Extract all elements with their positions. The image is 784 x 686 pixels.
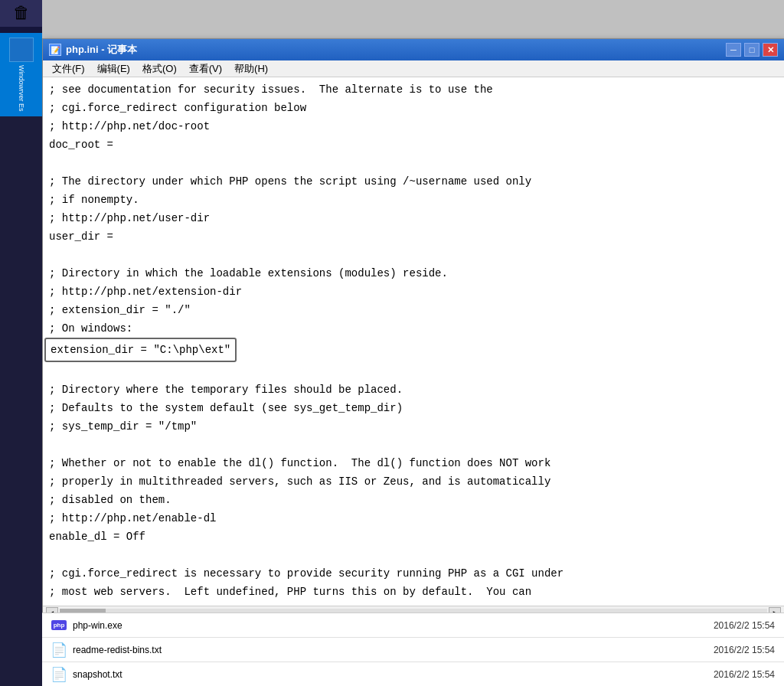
code-line: ; The directory under which PHP opens th…: [49, 172, 778, 191]
code-line: ; http://php.net/doc-root: [49, 117, 778, 136]
code-line: ; Directory in which the loadable extens…: [49, 264, 778, 283]
document-icon-1: 📄: [51, 642, 67, 658]
code-line: ; see documentation for security issues.…: [49, 80, 778, 99]
recycle-label: 回收站: [0, 27, 42, 33]
notepad-window: 📝 php.ini - 记事本 ─ □ ✕ 文件(F) 编辑(E) 格式(O) …: [42, 38, 784, 620]
windows-icon: [9, 38, 34, 62]
code-line: ; extension_dir = "./": [49, 301, 778, 319]
menu-bar: 文件(F) 编辑(E) 格式(O) 查看(V) 帮助(H): [43, 60, 784, 77]
txt-file-icon-2: 📄: [51, 667, 67, 682]
menu-help[interactable]: 帮助(H): [228, 60, 274, 77]
file-name-1: php-win.exe: [73, 620, 714, 631]
code-line: [49, 546, 778, 564]
menu-view[interactable]: 查看(V): [183, 60, 228, 77]
highlight-box: extension_dir = "C:\php\ext": [44, 338, 237, 362]
menu-edit[interactable]: 编辑(E): [91, 60, 136, 77]
code-line: ; http://php.net/extension-dir: [49, 283, 778, 301]
code-line: user_dir =: [49, 227, 778, 246]
code-text[interactable]: ; see documentation for security issues.…: [43, 77, 784, 606]
maximize-button[interactable]: □: [744, 43, 760, 57]
file-name-3: snapshot.txt: [73, 669, 714, 680]
file-date-1: 2016/2/2 15:54: [714, 620, 775, 631]
menu-format[interactable]: 格式(O): [136, 60, 183, 77]
code-line: enable_dl = Off: [49, 528, 778, 546]
code-line: ; disabled on them.: [49, 491, 778, 509]
title-bar: 📝 php.ini - 记事本 ─ □ ✕: [43, 39, 784, 60]
menu-file[interactable]: 文件(F): [46, 60, 91, 77]
editor-content-area[interactable]: ; see documentation for security issues.…: [43, 77, 784, 606]
code-line: ; Whether or not to enable the dl() func…: [49, 454, 778, 472]
file-name-2: readme-redist-bins.txt: [73, 645, 714, 655]
left-sidebar: 🗑 回收站 Window rver Es: [0, 0, 42, 686]
document-icon-2: 📄: [51, 666, 67, 683]
code-line: doc_root =: [49, 136, 778, 154]
code-line: ; http://php.net/user-dir: [49, 209, 778, 227]
highlighted-line: extension_dir = "C:\php\ext": [49, 338, 778, 362]
code-line: ; Defaults to the system default (see sy…: [49, 399, 778, 417]
code-line: [49, 436, 778, 454]
minimize-button[interactable]: ─: [726, 43, 741, 57]
file-date-2: 2016/2/2 15:54: [714, 645, 775, 655]
code-line: ; properly in multithreaded servers, suc…: [49, 472, 778, 491]
windows-label2: rver Es: [18, 90, 25, 112]
code-line: ; On windows:: [49, 319, 778, 338]
code-line: ; sys_temp_dir = "/tmp": [49, 417, 778, 436]
window-title: php.ini - 记事本: [66, 43, 726, 57]
recycle-bin-icon[interactable]: 🗑: [0, 0, 42, 27]
file-list-item[interactable]: php php-win.exe 2016/2/2 15:54: [42, 613, 784, 638]
window-controls: ─ □ ✕: [726, 43, 778, 57]
code-line: [49, 362, 778, 381]
code-line: ; if nonempty.: [49, 191, 778, 209]
code-line: ; most web servers. Left undefined, PHP …: [49, 583, 778, 601]
code-line: ; cgi.force_redirect configuration below: [49, 99, 778, 117]
file-date-3: 2016/2/2 15:54: [714, 669, 775, 680]
code-line: ; cgi.force_redirect is necessary to pro…: [49, 564, 778, 583]
code-line: [49, 246, 778, 264]
code-line: [49, 154, 778, 172]
close-button[interactable]: ✕: [763, 43, 778, 57]
file-list-item[interactable]: 📄 readme-redist-bins.txt 2016/2/2 15:54: [42, 638, 784, 662]
notepad-icon: 📝: [49, 44, 61, 56]
code-line: ; http://php.net/enable-dl: [49, 509, 778, 528]
code-line: ; Directory where the temporary files sh…: [49, 381, 778, 399]
file-list-panel: php php-win.exe 2016/2/2 15:54 📄 readme-…: [42, 612, 784, 686]
php-file-icon: php: [51, 618, 67, 633]
windows-taskbar-item[interactable]: Window rver Es: [0, 33, 42, 116]
recycle-icon: 🗑: [13, 3, 30, 24]
php-icon: php: [51, 620, 67, 630]
windows-label1: Window: [18, 65, 25, 90]
file-list-item[interactable]: 📄 snapshot.txt 2016/2/2 15:54: [42, 662, 784, 686]
txt-file-icon-1: 📄: [51, 642, 67, 658]
